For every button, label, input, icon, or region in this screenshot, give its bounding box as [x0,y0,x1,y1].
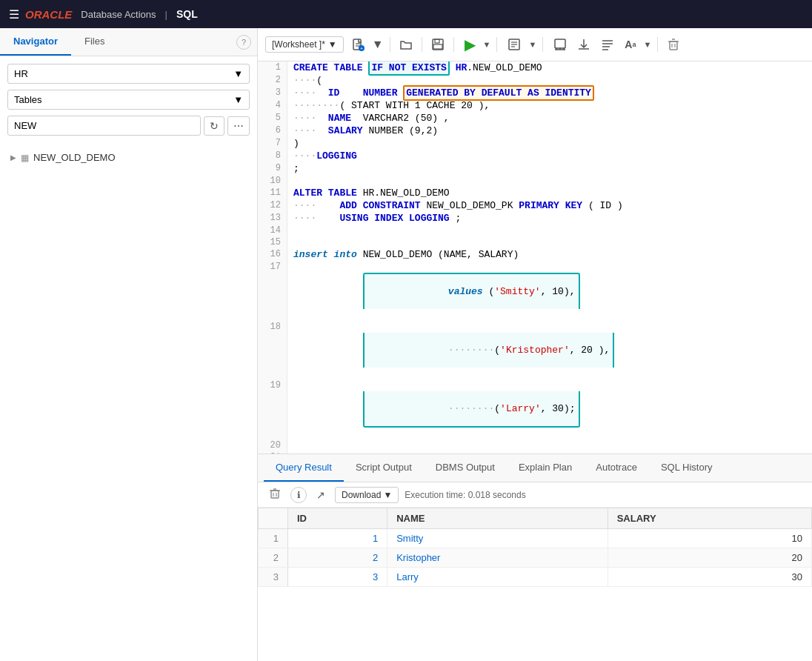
code-line: 15 [258,236,812,248]
cell-name: Smitty [387,529,608,548]
toolbar-explain-group: ▼ [503,35,546,54]
tree-item-label: NEW_OLD_DEMO [33,152,116,163]
left-panel: Navigator Files ? HR ▼ Tables ▼ ↻ ⋯ ▶ ▦ [0,28,258,661]
worksheet-dropdown-arrow: ▼ [328,39,337,50]
hamburger-icon[interactable]: ☰ [9,7,19,21]
tab-files[interactable]: Files [71,28,118,56]
format-icon [601,38,614,51]
toolbar-sep-1 [390,37,390,52]
worksheet-label: [Worksheet ]* [272,39,325,50]
tab-query-result[interactable]: Query Result [264,454,344,482]
schema-value: HR [14,68,28,79]
code-line: 5 ···· NAME VARCHAR2 (50) , [258,112,812,124]
download-label: Download [342,490,381,500]
table-row: 2 2 Kristopher 20 [259,548,812,568]
code-lines: 1 CREATE TABLE IF NOT EXISTS HR.NEW_OLD_… [258,62,812,454]
search-row: ↻ ⋯ [7,116,250,136]
oracle-text: ORACLE [25,8,72,21]
run-dropdown-button[interactable]: ▼ [482,37,493,52]
cell-rownum: 1 [259,529,288,548]
download-icon [577,38,590,51]
svg-rect-27 [271,491,279,498]
font-dropdown-button[interactable]: ▼ [642,37,653,52]
code-line: 8 ····LOGGING [258,150,812,162]
open-file-button[interactable] [395,35,417,54]
tree-item-new-old-demo[interactable]: ▶ ▦ NEW_OLD_DEMO [7,149,250,166]
download-dropdown-arrow: ▼ [383,490,392,500]
code-line: 4 ········( START WITH 1 CACHE 20 ), [258,99,812,112]
cell-salary: 10 [608,529,811,548]
nav-tab-bar: Navigator Files ? [0,28,257,56]
cell-salary: 30 [608,568,811,587]
table-header-row: ID NAME SALARY [259,508,812,529]
col-header-salary: SALARY [608,508,811,529]
download-button[interactable]: Download ▼ [335,487,399,503]
explain-dropdown-button[interactable]: ▼ [527,37,538,52]
format-button[interactable] [596,35,619,54]
toolbar-misc-group: Aa ▼ [549,35,685,54]
toolbar-sep-6 [657,37,658,52]
search-input[interactable] [7,116,201,136]
toolbar-run-group: ▶ ▼ [460,33,501,56]
more-options-button[interactable]: ⋯ [227,116,250,136]
tab-script-output[interactable]: Script Output [344,454,424,482]
app-name: SQL [176,8,198,20]
cell-rownum: 3 [259,568,288,587]
code-line: 7 ) [258,137,812,150]
cell-salary: 20 [608,548,811,568]
cell-id: 3 [288,568,387,587]
code-line: 1 CREATE TABLE IF NOT EXISTS HR.NEW_OLD_… [258,62,812,74]
tab-dbms-output[interactable]: DBMS Output [424,454,507,482]
help-button[interactable]: ? [236,35,251,50]
result-clear-button[interactable] [265,486,284,503]
clear-button[interactable] [662,35,685,54]
run-button[interactable]: ▶ [460,33,480,56]
code-line: 21 select * from NEW_OLD_DEMO; [258,451,812,454]
explain-button[interactable] [503,35,525,54]
svg-rect-12 [555,39,565,48]
tab-autotrace[interactable]: Autotrace [584,454,649,482]
tab-navigator[interactable]: Navigator [0,28,71,56]
toolbar-sep-4 [496,37,497,52]
font-button[interactable]: Aa [620,36,640,53]
result-export-button[interactable]: ↗ [313,488,329,502]
editor-toolbar: [Worksheet ]* ▼ + ▼ [258,28,812,62]
right-panel: [Worksheet ]* ▼ + ▼ [258,28,812,661]
execution-time: Execution time: 0.018 seconds [405,490,525,500]
highlight-values-row2: ········('Kristopher', 20 ), [363,333,615,368]
highlight-generated-identity: GENERATED BY DEFAULT AS IDENTITY [403,85,594,101]
tab-explain-plan[interactable]: Explain Plan [507,454,584,482]
object-type-dropdown[interactable]: Tables ▼ [7,90,250,110]
code-line: 9 ; [258,162,812,175]
title-separator: | [165,9,167,20]
refresh-button[interactable]: ↻ [204,116,224,136]
result-toolbar: ℹ ↗ Download ▼ Execution time: 0.018 sec… [258,482,812,508]
schema-dropdown[interactable]: HR ▼ [7,64,250,84]
download-toolbar-button[interactable] [573,35,595,54]
result-table: ID NAME SALARY 1 1 Smitty 10 2 2 Kristop… [258,508,812,587]
cell-rownum: 2 [259,548,288,568]
autotrace-button[interactable] [549,35,571,54]
svg-rect-22 [670,41,677,50]
toolbar-file-group: + ▼ [347,35,457,54]
code-line: 13 ···· USING INDEX LOGGING ; [258,212,812,225]
tab-sql-history[interactable]: SQL History [649,454,725,482]
bottom-panel: Query Result Script Output DBMS Output E… [258,454,812,661]
code-line: 18 ········('Kristopher', 20 ), [258,321,812,379]
worksheet-selector[interactable]: [Worksheet ]* ▼ [265,36,344,53]
toolbar-sep-5 [542,37,543,52]
col-header-id: ID [288,508,387,529]
code-editor[interactable]: 1 CREATE TABLE IF NOT EXISTS HR.NEW_OLD_… [258,62,812,454]
toolbar-dropdown-1[interactable]: ▼ [370,35,385,54]
table-icon: ▦ [21,153,29,163]
table-row: 1 1 Smitty 10 [259,529,812,548]
highlight-values-row3: ········('Larry', 30); [363,391,580,428]
table-row: 3 3 Larry 30 [259,568,812,587]
main-layout: Navigator Files ? HR ▼ Tables ▼ ↻ ⋯ ▶ ▦ [0,28,812,661]
new-file-button[interactable]: + [347,35,369,54]
code-line: 14 [258,225,812,236]
cell-name: Kristopher [387,548,608,568]
save-button[interactable] [427,35,449,54]
toolbar-sep-3 [453,37,454,52]
result-info-button[interactable]: ℹ [290,487,307,503]
